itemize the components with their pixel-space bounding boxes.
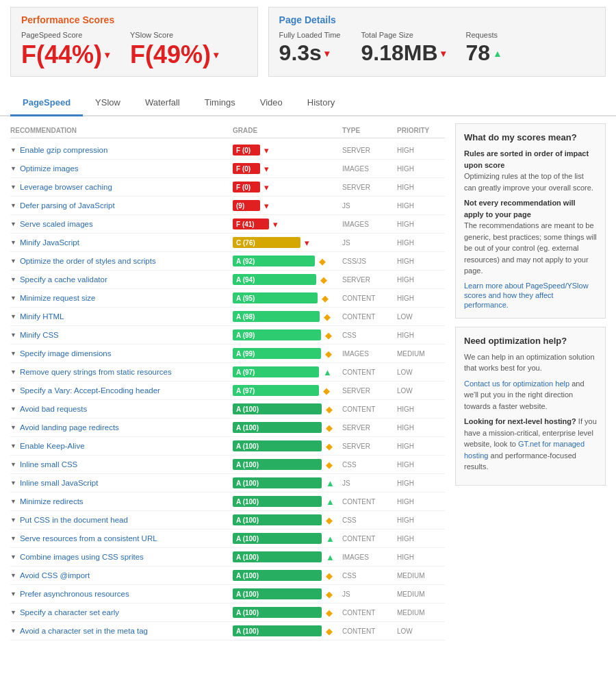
yslow-arrow[interactable]: ▾: [214, 49, 218, 60]
loaded-time-item: Fully Loaded Time 9.3s ▾: [279, 31, 341, 66]
page-size-value: 9.18MB ▾: [361, 40, 445, 66]
grade-cell: A (100)◆: [233, 459, 342, 470]
row-expand-arrow[interactable]: ▼: [10, 572, 16, 579]
table-header-type: TYPE: [342, 127, 397, 134]
priority-label: MEDIUM: [397, 572, 445, 580]
priority-label: MEDIUM: [397, 590, 445, 598]
loaded-time-value: 9.3s ▾: [279, 40, 341, 66]
tab-history[interactable]: History: [295, 90, 347, 116]
tab-waterfall[interactable]: Waterfall: [133, 90, 192, 116]
yslow-score-value: F(49%) ▾: [130, 40, 218, 69]
row-expand-arrow[interactable]: ▼: [10, 221, 16, 227]
tab-video[interactable]: Video: [248, 90, 295, 116]
grade-cell: A (100)◆: [233, 403, 342, 414]
requests-arrow[interactable]: ▲: [493, 48, 502, 59]
row-expand-arrow[interactable]: ▼: [10, 461, 16, 468]
row-label[interactable]: ▼ Minify JavaScript: [10, 238, 233, 247]
row-label[interactable]: ▼ Optimize the order of styles and scrip…: [10, 257, 233, 265]
row-expand-arrow[interactable]: ▼: [10, 480, 16, 486]
row-label[interactable]: ▼ Defer parsing of JavaScript: [10, 201, 233, 210]
grade-cell: A (97)◆: [233, 385, 342, 396]
scores-meaning-link[interactable]: Learn more about PageSpeed/YSlow scores …: [464, 282, 589, 309]
row-label[interactable]: ▼ Specify image dimensions: [10, 349, 233, 358]
row-expand-arrow[interactable]: ▼: [10, 165, 16, 172]
row-expand-arrow[interactable]: ▼: [10, 498, 16, 505]
row-label[interactable]: ▼ Minimize request size: [10, 294, 233, 302]
row-label[interactable]: ▼ Combine images using CSS sprites: [10, 553, 233, 561]
tab-yslow[interactable]: YSlow: [83, 90, 133, 116]
type-label: CSS: [342, 516, 397, 524]
grade-bar: A (100): [233, 440, 322, 451]
row-expand-arrow[interactable]: ▼: [10, 516, 16, 523]
trend-icon: ▾: [273, 219, 278, 229]
trend-icon: ◆: [323, 386, 330, 396]
pagespeed-arrow[interactable]: ▾: [105, 49, 110, 60]
row-label[interactable]: ▼ Inline small JavaScript: [10, 479, 233, 487]
table-row: ▼ Minimize redirectsA (100)▲CONTENTHIGH: [10, 493, 445, 511]
row-expand-arrow[interactable]: ▼: [10, 239, 16, 246]
row-label[interactable]: ▼ Serve scaled images: [10, 220, 233, 228]
row-expand-arrow[interactable]: ▼: [10, 350, 16, 357]
row-expand-arrow[interactable]: ▼: [10, 627, 16, 634]
row-label[interactable]: ▼ Minify CSS: [10, 331, 233, 339]
row-label[interactable]: ▼ Remove query strings from static resou…: [10, 368, 233, 376]
table-row: ▼ Optimize the order of styles and scrip…: [10, 252, 445, 271]
type-label: CONTENT: [342, 609, 397, 616]
row-label[interactable]: ▼ Put CSS in the document head: [10, 516, 233, 524]
grade-bar: A (97): [233, 385, 319, 396]
row-label[interactable]: ▼ Serve resources from a consistent URL: [10, 534, 233, 543]
row-label[interactable]: ▼ Avoid bad requests: [10, 405, 233, 413]
grade-cell: A (99)◆: [233, 348, 342, 359]
table-row: ▼ Inline small CSSA (100)◆CSSHIGH: [10, 456, 445, 474]
row-expand-arrow[interactable]: ▼: [10, 332, 16, 338]
row-expand-arrow[interactable]: ▼: [10, 406, 16, 412]
row-label[interactable]: ▼ Optimize images: [10, 164, 233, 173]
row-expand-arrow[interactable]: ▼: [10, 424, 16, 431]
row-label[interactable]: ▼ Leverage browser caching: [10, 183, 233, 191]
row-label[interactable]: ▼ Minify HTML: [10, 312, 233, 321]
page-size-arrow[interactable]: ▾: [441, 48, 446, 59]
type-label: IMAGES: [342, 165, 397, 173]
row-expand-arrow[interactable]: ▼: [10, 258, 16, 264]
tab-pagespeed[interactable]: PageSpeed: [10, 90, 83, 116]
row-label[interactable]: ▼ Specify a Vary: Accept-Encoding header: [10, 386, 233, 395]
trend-icon: ▲: [326, 497, 335, 507]
row-label[interactable]: ▼ Avoid CSS @import: [10, 571, 233, 580]
row-expand-arrow[interactable]: ▼: [10, 184, 16, 190]
row-expand-arrow[interactable]: ▼: [10, 609, 16, 616]
row-expand-arrow[interactable]: ▼: [10, 553, 16, 560]
type-label: CONTENT: [342, 313, 397, 321]
row-label[interactable]: ▼ Specify a cache validator: [10, 275, 233, 284]
tab-timings[interactable]: Timings: [192, 90, 248, 116]
row-label[interactable]: ▼ Avoid landing page redirects: [10, 423, 233, 432]
grade-bar: A (100): [233, 588, 322, 599]
row-expand-arrow[interactable]: ▼: [10, 369, 16, 375]
grade-cell: C (76)▾: [233, 237, 342, 248]
grade-cell: A (98)◆: [233, 311, 342, 322]
row-expand-arrow[interactable]: ▼: [10, 202, 16, 209]
contact-link[interactable]: Contact us for optimization help: [464, 379, 569, 388]
table-row: ▼ Inline small JavaScriptA (100)▲JSHIGH: [10, 474, 445, 493]
row-label[interactable]: ▼ Inline small CSS: [10, 460, 233, 469]
row-label[interactable]: ▼ Enable Keep-Alive: [10, 442, 233, 450]
row-expand-arrow[interactable]: ▼: [10, 443, 16, 449]
priority-label: HIGH: [397, 258, 445, 265]
row-label[interactable]: ▼ Prefer asynchronous resources: [10, 590, 233, 598]
row-expand-arrow[interactable]: ▼: [10, 387, 16, 394]
row-label[interactable]: ▼ Specify a character set early: [10, 608, 233, 616]
row-label[interactable]: ▼ Enable gzip compression: [10, 146, 233, 154]
row-expand-arrow[interactable]: ▼: [10, 535, 16, 542]
scores-meaning-box: What do my scores mean? Rules are sorted…: [455, 123, 606, 319]
table-row: ▼ Prefer asynchronous resourcesA (100)◆J…: [10, 585, 445, 603]
row-expand-arrow[interactable]: ▼: [10, 590, 16, 597]
row-expand-arrow[interactable]: ▼: [10, 313, 16, 320]
row-expand-arrow[interactable]: ▼: [10, 295, 16, 301]
trend-icon: ◆: [319, 256, 326, 266]
row-expand-arrow[interactable]: ▼: [10, 276, 16, 283]
table-row: ▼ Specify a cache validatorA (94)◆SERVER…: [10, 271, 445, 289]
row-label[interactable]: ▼ Avoid a character set in the meta tag: [10, 627, 233, 635]
row-label[interactable]: ▼ Minimize redirects: [10, 497, 233, 506]
grade-bar: A (100): [233, 625, 322, 636]
row-expand-arrow[interactable]: ▼: [10, 147, 16, 153]
loaded-time-arrow[interactable]: ▾: [324, 48, 329, 59]
